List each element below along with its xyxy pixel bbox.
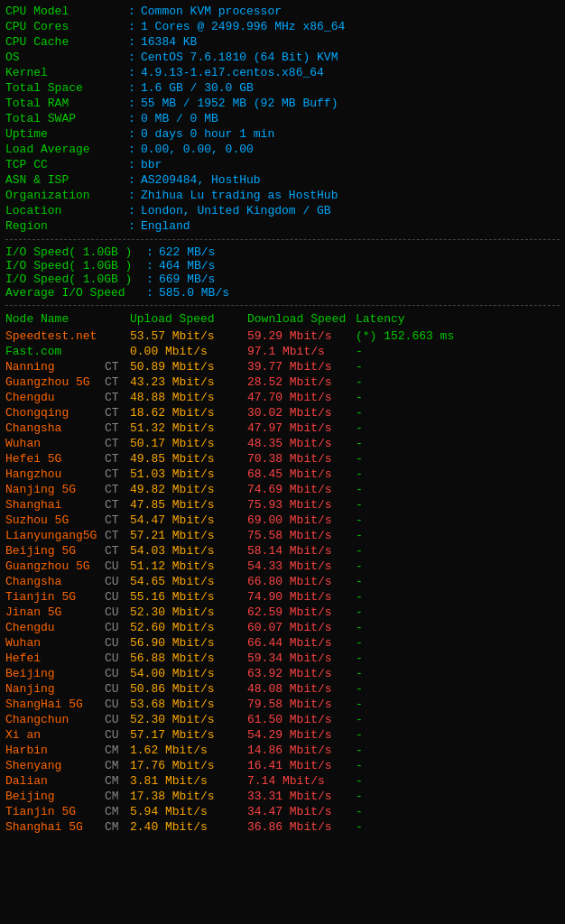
col-latency: - (356, 697, 560, 712)
col-upload: 18.62 Mbit/s (130, 405, 247, 420)
col-isp: CT (105, 420, 130, 436)
io-colon: : (141, 245, 159, 259)
col-isp: CT (105, 451, 130, 467)
sysinfo-row: Total Space : 1.6 GB / 30.0 GB (5, 80, 560, 96)
col-latency: - (356, 620, 560, 635)
sysinfo-colon: : (123, 50, 141, 65)
sysinfo-label: CPU Model (5, 4, 123, 19)
col-node: Chengdu (5, 390, 105, 405)
col-upload: 53.68 Mbit/s (130, 697, 247, 712)
sysinfo-label: CPU Cores (5, 19, 123, 34)
sysinfo-label: ASN & ISP (5, 172, 123, 188)
speed-row: Guangzhou 5G CU 51.12 Mbit/s 54.33 Mbit/… (5, 559, 560, 574)
col-download: 48.08 Mbit/s (247, 681, 356, 697)
col-upload: 56.88 Mbit/s (130, 651, 247, 666)
col-node: Dalian (5, 773, 105, 789)
col-isp: CU (105, 559, 130, 574)
sysinfo-row: Location : London, United Kingdom / GB (5, 203, 560, 218)
col-isp: CU (105, 697, 130, 712)
speed-row: Chongqing CT 18.62 Mbit/s 30.02 Mbit/s - (5, 405, 560, 420)
sysinfo-value: 0.00, 0.00, 0.00 (141, 142, 560, 157)
col-isp: CU (105, 620, 130, 635)
sysinfo-colon: : (123, 188, 141, 203)
col-isp: CT (105, 543, 130, 559)
sysinfo-label: Total SWAP (5, 111, 123, 126)
col-node: Nanjing 5G (5, 482, 105, 497)
col-upload: 54.47 Mbit/s (130, 513, 247, 528)
header-isp (105, 311, 130, 328)
col-isp: CT (105, 374, 130, 390)
sysinfo-label: Total Space (5, 80, 123, 96)
col-node: Shanghai (5, 497, 105, 513)
col-upload: 53.57 Mbit/s (130, 328, 247, 344)
sysinfo-label: CPU Cache (5, 34, 123, 50)
col-node: Guangzhou 5G (5, 559, 105, 574)
col-download: 47.97 Mbit/s (247, 420, 356, 436)
speed-row: Beijing CU 54.00 Mbit/s 63.92 Mbit/s - (5, 666, 560, 681)
col-isp: CU (105, 666, 130, 681)
col-node: Shenyang (5, 758, 105, 773)
sysinfo-colon: : (123, 4, 141, 19)
sysinfo-colon: : (123, 172, 141, 188)
col-upload: 49.82 Mbit/s (130, 482, 247, 497)
col-latency: - (356, 513, 560, 528)
col-download: 61.50 Mbit/s (247, 712, 356, 727)
col-upload: 17.38 Mbit/s (130, 789, 247, 804)
col-isp: CM (105, 743, 130, 758)
col-latency: - (356, 451, 560, 467)
sysinfo-table: CPU Model : Common KVM processor CPU Cor… (5, 4, 560, 234)
speed-row: Nanning CT 50.89 Mbit/s 39.77 Mbit/s - (5, 359, 560, 374)
col-download: 59.29 Mbit/s (247, 328, 356, 344)
col-node: ShangHai 5G (5, 697, 105, 712)
col-download: 66.44 Mbit/s (247, 635, 356, 651)
col-download: 69.00 Mbit/s (247, 513, 356, 528)
col-node: Jinan 5G (5, 605, 105, 620)
speed-row: Hangzhou CT 51.03 Mbit/s 68.45 Mbit/s - (5, 467, 560, 482)
sysinfo-value: AS209484, HostHub (141, 172, 560, 188)
sysinfo-value: 0 days 0 hour 1 min (141, 126, 560, 142)
col-isp: CT (105, 359, 130, 374)
sysinfo-colon: : (123, 34, 141, 50)
col-latency: - (356, 758, 560, 773)
header-download: Download Speed (247, 311, 356, 328)
col-isp: CU (105, 712, 130, 727)
io-label: I/O Speed( 1.0GB ) (5, 259, 141, 273)
sysinfo-row: Organization : Zhihua Lu trading as Host… (5, 188, 560, 203)
sysinfo-label: Region (5, 218, 123, 234)
speed-row: Dalian CM 3.81 Mbit/s 7.14 Mbit/s - (5, 773, 560, 789)
sysinfo-label: Uptime (5, 126, 123, 142)
col-latency: - (356, 789, 560, 804)
col-download: 54.29 Mbit/s (247, 727, 356, 743)
col-node: Nanjing (5, 681, 105, 697)
col-download: 48.35 Mbit/s (247, 436, 356, 451)
sysinfo-label: TCP CC (5, 157, 123, 172)
col-latency: - (356, 589, 560, 605)
col-node: Fast.com (5, 344, 105, 359)
col-latency: - (356, 528, 560, 543)
sysinfo-row: Total RAM : 55 MB / 1952 MB (92 MB Buff) (5, 96, 560, 111)
sysinfo-row: Kernel : 4.9.13-1.el7.centos.x86_64 (5, 65, 560, 80)
col-latency: - (356, 681, 560, 697)
col-upload: 49.85 Mbit/s (130, 451, 247, 467)
sysinfo-value: England (141, 218, 560, 234)
col-isp: CU (105, 605, 130, 620)
col-node: Wuhan (5, 635, 105, 651)
col-upload: 47.85 Mbit/s (130, 497, 247, 513)
sysinfo-section: CPU Model : Common KVM processor CPU Cor… (5, 4, 560, 234)
col-node: Chengdu (5, 620, 105, 635)
sysinfo-row: CPU Model : Common KVM processor (5, 4, 560, 19)
col-isp: CT (105, 405, 130, 420)
col-isp: CT (105, 513, 130, 528)
sysinfo-value: London, United Kingdom / GB (141, 203, 560, 218)
col-node: Hefei (5, 651, 105, 666)
col-node: Chongqing (5, 405, 105, 420)
io-colon: : (141, 259, 159, 273)
sysinfo-value: 55 MB / 1952 MB (92 MB Buff) (141, 96, 560, 111)
io-section: I/O Speed( 1.0GB ) : 622 MB/s I/O Speed(… (5, 245, 560, 300)
sysinfo-label: Kernel (5, 65, 123, 80)
col-latency: (*) 152.663 ms (356, 328, 560, 344)
col-isp: CU (105, 589, 130, 605)
col-download: 59.34 Mbit/s (247, 651, 356, 666)
col-isp: CT (105, 390, 130, 405)
sysinfo-row: OS : CentOS 7.6.1810 (64 Bit) KVM (5, 50, 560, 65)
